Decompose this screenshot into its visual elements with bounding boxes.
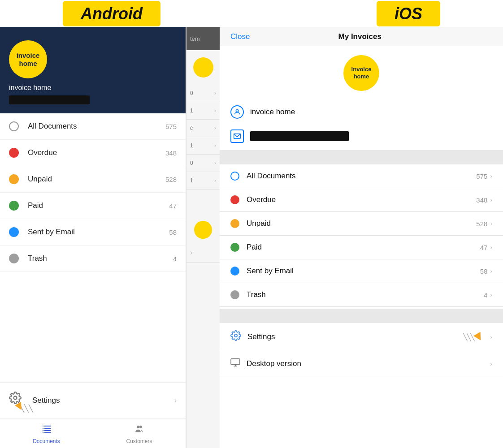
svg-point-11 (236, 110, 238, 112)
peek-row-7: › (186, 243, 220, 263)
svg-rect-2 (44, 426, 51, 426)
svg-point-0 (14, 396, 17, 400)
ios-user-info: invoice home (220, 99, 503, 150)
ios-cursor-decoration: ╲╲╲ (463, 333, 483, 341)
ios-chevron-icon: › (490, 267, 492, 275)
ios-monitor-icon (230, 358, 240, 369)
android-nav-customers[interactable]: Customers (93, 424, 186, 444)
ios-email-row (230, 125, 492, 150)
dot-icon-gray (9, 254, 19, 263)
android-menu-count: 575 (165, 123, 177, 130)
svg-rect-3 (43, 428, 43, 429)
android-settings-row[interactable]: ╲╲╲ Settings › (0, 382, 186, 419)
peek-header: tem (186, 27, 220, 50)
android-menu-label: Sent by Email (28, 228, 169, 237)
ios-menu-item-trash[interactable]: Trash 4 › (220, 283, 503, 307)
peek-row-4: 1 › (186, 137, 220, 155)
ios-menu-count: 47 (480, 244, 488, 251)
ios-menu-label: Sent by Email (247, 267, 480, 276)
ios-close-button[interactable]: Close (230, 32, 250, 41)
ios-section-separator-bottom (220, 309, 503, 323)
ios-settings-row[interactable]: Settings ╲╲╲ › (220, 323, 503, 351)
ios-dot-green (230, 243, 239, 252)
android-menu-list: All Documents 575 Overdue 348 Unpaid 528 (0, 113, 186, 382)
dot-icon-blue (9, 227, 19, 237)
email-icon (230, 129, 244, 143)
ios-menu-item-paid[interactable]: Paid 47 › (220, 236, 503, 259)
ios-chevron-icon: › (490, 291, 492, 298)
people-icon (134, 424, 145, 435)
ios-desktop-row[interactable]: Desktop version › (220, 351, 503, 376)
android-header: invoicehome invoice home (0, 27, 186, 113)
ios-desktop-chevron-icon: › (490, 360, 492, 367)
android-email-redacted (9, 95, 90, 104)
android-settings-chevron-icon: › (174, 396, 177, 405)
ios-user-row: invoice home (230, 99, 492, 125)
dot-icon-orange (9, 174, 19, 184)
svg-rect-4 (44, 428, 51, 429)
peek-footer-logo-circle (194, 221, 212, 239)
ios-menu-list: All Documents 575 › Overdue 348 › Unpaid… (220, 164, 503, 307)
peek-row-5: 0 › (186, 155, 220, 172)
ios-dot-orange (230, 219, 239, 228)
ios-menu-count: 575 (476, 172, 487, 180)
android-panel: invoicehome invoice home All Documents 5… (0, 27, 220, 448)
android-menu-count: 58 (169, 228, 177, 236)
peek-header-text: tem (190, 35, 200, 42)
android-menu-item-unpaid[interactable]: Unpaid 528 (0, 166, 186, 193)
ios-menu-label: Trash (247, 290, 484, 299)
peek-row-3: č › (186, 120, 220, 137)
ios-chevron-icon: › (490, 244, 492, 251)
android-menu-count: 528 (165, 176, 177, 183)
ios-label: iOS (377, 1, 440, 26)
ios-menu-item-all-documents[interactable]: All Documents 575 › (220, 164, 503, 188)
ios-chevron-icon: › (490, 172, 492, 180)
ios-menu-count: 348 (476, 196, 487, 204)
ios-panel: Close My Invoices invoicehome in (220, 27, 503, 448)
peek-row-1: 0 › (186, 85, 220, 102)
android-nav-documents[interactable]: Documents (0, 424, 93, 444)
android-menu-item-paid[interactable]: Paid 47 (0, 193, 186, 219)
android-badge: Android (63, 4, 160, 23)
svg-point-9 (137, 426, 139, 428)
ios-email-redacted (250, 131, 349, 141)
svg-point-13 (234, 334, 237, 337)
android-user-name: invoice home (9, 84, 177, 92)
ios-orange-arrow (473, 332, 484, 342)
ios-menu-count: 528 (476, 220, 487, 228)
android-sidebar: invoicehome invoice home All Documents 5… (0, 27, 186, 448)
ios-chevron-icon: › (490, 220, 492, 227)
peek-row-6: 1 › (186, 172, 220, 190)
android-menu-label: Trash (28, 254, 173, 263)
ios-menu-label: All Documents (247, 172, 476, 181)
ios-menu-item-unpaid[interactable]: Unpaid 528 › (220, 212, 503, 236)
ios-title: My Invoices (338, 32, 382, 41)
android-menu-item-trash[interactable]: Trash 4 (0, 246, 186, 272)
android-menu-item-all-documents[interactable]: All Documents 575 (0, 113, 186, 140)
svg-point-10 (139, 426, 142, 428)
ios-gear-icon (230, 330, 241, 344)
ios-menu-item-sent-by-email[interactable]: Sent by Email 58 › (220, 259, 503, 283)
android-menu-item-sent-by-email[interactable]: Sent by Email 58 (0, 219, 186, 246)
ios-section-separator-top (220, 150, 503, 164)
android-label: Android (63, 1, 160, 26)
android-menu-count: 47 (169, 202, 177, 210)
ios-settings-chevron-icon: › (490, 333, 492, 340)
ios-menu-item-overdue[interactable]: Overdue 348 › (220, 188, 503, 212)
android-settings-label: Settings (32, 396, 174, 405)
list-icon (41, 424, 52, 435)
ios-menu-label: Unpaid (247, 219, 476, 228)
peek-row-2: 1 › (186, 102, 220, 120)
android-menu-count: 348 (165, 149, 177, 157)
android-menu-label: All Documents (28, 122, 165, 131)
ios-menu-label: Overdue (247, 195, 476, 204)
android-menu-item-overdue[interactable]: Overdue 348 (0, 140, 186, 166)
documents-nav-label: Documents (33, 438, 60, 444)
ios-dot-gray (230, 290, 239, 299)
ios-menu-label: Paid (247, 243, 480, 252)
ios-dot-blue (230, 267, 239, 276)
ios-profile-section: invoicehome (220, 46, 503, 99)
android-menu-label: Paid (28, 201, 169, 210)
ios-logo: invoicehome (343, 55, 379, 91)
dot-icon-red (9, 148, 19, 158)
